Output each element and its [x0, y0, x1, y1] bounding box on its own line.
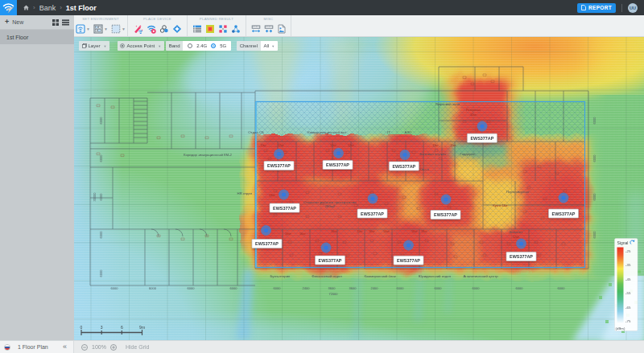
heatmap-icon — [205, 24, 215, 34]
measure-distance-button[interactable] — [251, 24, 261, 34]
layer-dropdown[interactable]: Layer ▼ — [79, 41, 109, 51]
home-icon[interactable] — [23, 5, 29, 10]
room-label: HR отдел — [237, 191, 253, 195]
legend-tick: -25 — [625, 249, 631, 253]
ap-marker[interactable] — [279, 190, 289, 200]
ap-label[interactable]: EWS377AP — [357, 209, 387, 218]
dimension-label: 3600 — [349, 286, 357, 290]
ap-marker[interactable] — [403, 240, 414, 251]
svg-text:EWS377AP: EWS377AP — [361, 211, 384, 216]
floorplan-box-button[interactable]: ▼ — [93, 24, 108, 34]
room-label: Коммерческий блок — [364, 274, 395, 278]
band-2g-radio[interactable] — [188, 43, 192, 48]
svg-text:9m: 9m — [139, 325, 145, 330]
room-label: Кабинет — [510, 230, 522, 234]
ap-label[interactable]: EWS377AP — [264, 162, 294, 170]
ap-box-icon — [76, 24, 85, 34]
band-5g-label[interactable]: 5G — [220, 43, 226, 48]
export-image-button[interactable] — [277, 24, 287, 34]
room-label: Коридор эвакуационный КМ-2 — [184, 153, 233, 157]
ap-marker[interactable] — [441, 195, 452, 205]
ap-marker[interactable] — [274, 149, 284, 159]
header-divider — [621, 4, 622, 12]
room-size-label: 16м² — [411, 230, 419, 233]
svg-text:EWS377AP: EWS377AP — [255, 241, 279, 246]
avatar[interactable]: UU — [628, 3, 638, 13]
ap-label[interactable]: EWS377AP — [252, 240, 282, 248]
interference-button[interactable] — [218, 24, 228, 34]
new-label: New — [12, 19, 23, 25]
ap-label[interactable]: EWS377AP — [549, 209, 579, 218]
ap-marker[interactable] — [368, 194, 378, 204]
zoom-out-button[interactable] — [81, 344, 88, 351]
dimension-label: 6000 — [99, 231, 103, 239]
ap-marker[interactable] — [516, 239, 526, 249]
zoom-in-button[interactable] — [110, 344, 117, 351]
report-button[interactable]: REPORT — [577, 3, 616, 13]
app-logo[interactable] — [0, 0, 17, 15]
band-5g-radio[interactable] — [211, 43, 216, 48]
ap-box-button[interactable]: ▼ — [76, 24, 90, 34]
breadcrumb: › Bank › 1st Floor — [23, 4, 97, 12]
ap-label[interactable]: EWS377AP — [394, 256, 423, 265]
ap-marker[interactable] — [261, 225, 271, 236]
room-size-label: 11м² — [432, 144, 439, 147]
ap-label[interactable]: EWS377AP — [506, 252, 536, 261]
dimension-label: 6000 — [149, 286, 157, 290]
floorplan-tab[interactable]: 1 Floor Plan « — [0, 341, 74, 353]
ap-marker[interactable] — [400, 150, 411, 160]
ap-label[interactable]: EWS377AP — [316, 256, 345, 265]
ap-label[interactable]: EWS377AP — [323, 161, 353, 170]
move-device-button[interactable] — [172, 24, 182, 34]
grid-view-icon[interactable] — [52, 19, 59, 26]
collapse-icon[interactable]: « — [63, 343, 67, 351]
dimension-label: 6000 — [188, 286, 196, 290]
room-size-label: 12м² — [278, 144, 285, 147]
set-scale-button[interactable] — [264, 24, 274, 34]
area-box-button[interactable]: ▼ — [111, 24, 126, 34]
room-label: 280м2 — [325, 204, 336, 208]
new-floorplan-row[interactable]: + New — [0, 15, 74, 30]
list-view-icon[interactable] — [62, 19, 69, 26]
result-table-button[interactable] — [192, 24, 202, 34]
ap-label[interactable]: EWS377AP — [467, 133, 497, 142]
dimension-label: 6000 — [435, 286, 443, 290]
svg-text:3: 3 — [101, 325, 103, 330]
ap-marker[interactable] — [321, 243, 332, 253]
access-point-dropdown[interactable]: Access Point ▼ — [118, 41, 164, 51]
filter-bar: Layer ▼ Access Point ▼ Band 2.4G 5G Chan… — [79, 41, 278, 51]
heatmap-canvas[interactable]: Отдел СБКоммуникационный залITАХОЛифтово… — [74, 37, 644, 340]
dimension-label: 6000 — [99, 269, 103, 277]
language-flag-icon[interactable] — [4, 344, 10, 351]
ap-marker[interactable] — [559, 193, 569, 203]
dimension-label: 6000 — [230, 286, 238, 290]
room-label: Отдел СБ — [248, 130, 264, 134]
toolbar-group-icons — [192, 24, 241, 34]
room-size-label: 12м² — [330, 144, 337, 147]
dimension-label: 6000 — [516, 286, 524, 290]
svg-text:EWS377AP: EWS377AP — [552, 211, 576, 216]
device-group-button[interactable] — [159, 24, 169, 34]
ap-label[interactable]: EWS377AP — [431, 211, 460, 220]
ap-label[interactable]: EWS377AP — [389, 162, 419, 170]
band-2g-label[interactable]: 2.4G — [196, 43, 207, 48]
auto-place-wand-button[interactable] — [134, 24, 143, 34]
toolbar-group-label: PLANNED RESULT — [200, 17, 233, 22]
hide-grid-toggle[interactable]: Hide Grid — [126, 344, 150, 350]
header: › Bank › 1st Floor REPORT UU — [0, 0, 644, 15]
ap-marker[interactable] — [333, 148, 344, 158]
sidebar-item-1st-floor[interactable]: 1st Floor — [0, 30, 74, 44]
ap-marker[interactable] — [477, 121, 488, 132]
breadcrumb-project[interactable]: Bank — [39, 4, 56, 12]
topology-button[interactable] — [231, 24, 241, 34]
remove-ap-button[interactable] — [147, 24, 156, 34]
heatmap-button[interactable] — [205, 24, 215, 34]
floorplan-count-label: 1 Floor Plan — [18, 344, 48, 350]
svg-text:EWS377AP: EWS377AP — [326, 162, 349, 167]
band-options: 2.4G 5G — [183, 41, 231, 51]
auto-place-wand-icon — [134, 24, 143, 34]
dimension-label: 6000 — [99, 117, 103, 125]
channel-dropdown[interactable]: All ▼ — [261, 41, 279, 51]
ap-label[interactable]: EWS377AP — [270, 203, 299, 212]
room-label: Лифтовой холл — [436, 102, 460, 106]
